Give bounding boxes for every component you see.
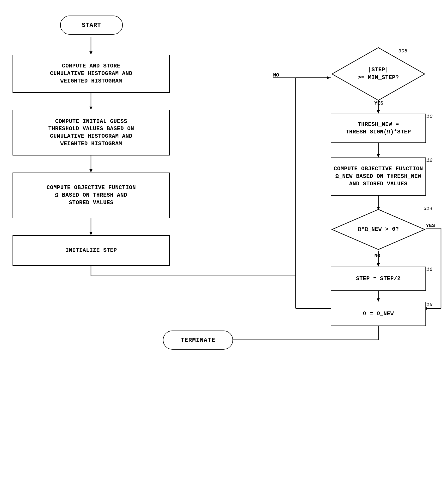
diamond308-no-label: NO (273, 72, 279, 78)
svg-marker-1 (89, 51, 92, 55)
box304-label: COMPUTE INITIAL GUESSTHRESHOLD VALUES BA… (48, 118, 134, 148)
diamond314-no-label: NO (374, 253, 380, 259)
svg-marker-14 (377, 110, 380, 114)
box-310: THRESH_NEW =THRESH_SIGN(Ω)*STEP (331, 114, 426, 143)
box-304: COMPUTE INITIAL GUESSTHRESHOLD VALUES BA… (13, 110, 170, 155)
svg-marker-7 (89, 232, 92, 235)
box-305: COMPUTE OBJECTIVE FUNCTIONΩ BASED ON THR… (13, 173, 170, 218)
terminate-node: TERMINATE (163, 331, 233, 350)
box-302: COMPUTE AND STORECUMULATIVE HISTOGRAM AN… (13, 55, 170, 93)
box305-label: COMPUTE OBJECTIVE FUNCTIONΩ BASED ON THR… (47, 184, 136, 206)
start-label: START (82, 22, 101, 29)
terminate-label: TERMINATE (181, 337, 215, 344)
box-318: Ω = Ω_NEW (331, 302, 426, 326)
diamond-308: |STEP|>= MIN_STEP? (331, 46, 426, 102)
diamond314-label: Ω*Ω_NEW > 0? (358, 226, 399, 233)
box318-label: Ω = Ω_NEW (363, 310, 394, 318)
box310-label: THRESH_NEW =THRESH_SIGN(Ω)*STEP (346, 121, 411, 136)
box-316: STEP = STEP/2 (331, 267, 426, 291)
svg-marker-5 (89, 169, 92, 173)
box-306: INITIALIZE STEP (13, 235, 170, 266)
svg-marker-3 (89, 107, 92, 110)
box302-label: COMPUTE AND STORECUMULATIVE HISTOGRAM AN… (50, 62, 133, 85)
diamond-314: Ω*Ω_NEW > 0? (331, 208, 426, 251)
svg-marker-26 (377, 298, 380, 302)
diamond314-yes-label: YES (426, 223, 435, 228)
diamond308-label: |STEP|>= MIN_STEP? (358, 66, 399, 82)
box-312: COMPUTE OBJECTIVE FUNCTIONΩ_NEW BASED ON… (331, 157, 426, 196)
start-node: START (60, 16, 123, 35)
box316-label: STEP = STEP/2 (356, 275, 401, 283)
svg-marker-16 (377, 154, 380, 157)
svg-marker-12 (327, 76, 330, 79)
svg-marker-20 (377, 263, 380, 267)
box312-label: COMPUTE OBJECTIVE FUNCTIONΩ_NEW BASED ON… (334, 165, 423, 188)
flowchart-diagram: START 302 COMPUTE AND STORECUMULATIVE HI… (0, 0, 448, 479)
box306-label: INITIALIZE STEP (65, 247, 117, 254)
